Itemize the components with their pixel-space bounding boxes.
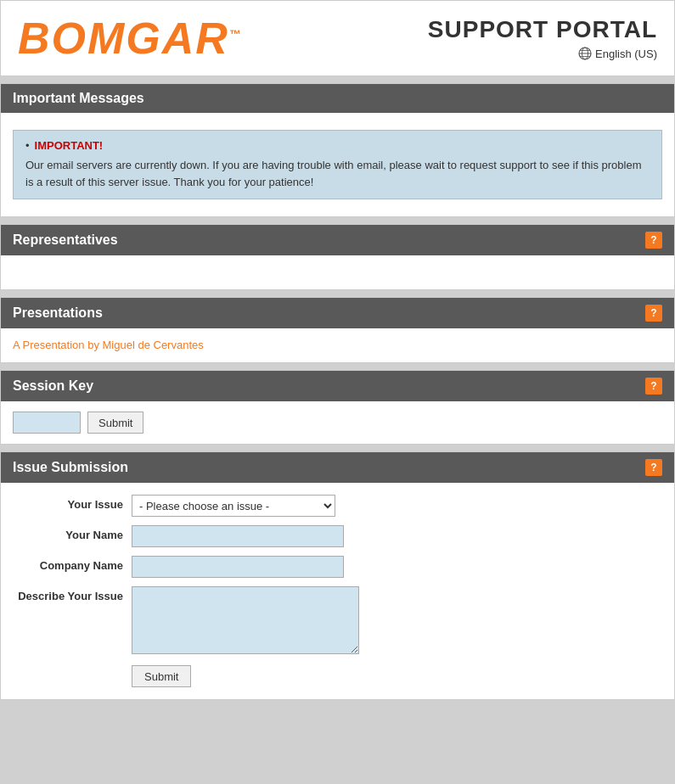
bullet-dot: •	[25, 139, 30, 152]
issue-submission-header: Issue Submission ?	[1, 452, 674, 483]
header: BOMGAR™ SUPPORT PORTAL English (US)	[0, 0, 675, 76]
session-key-help-icon[interactable]: ?	[645, 378, 662, 395]
logo-text: BOMGAR™	[18, 14, 243, 63]
representatives-body	[1, 255, 674, 289]
session-key-input[interactable]	[13, 412, 81, 434]
important-messages-body: • IMPORTANT! Our email servers are curre…	[1, 113, 674, 216]
presentations-section: Presentations ? A Presentation by Miguel…	[0, 297, 675, 363]
company-name-control	[132, 556, 361, 578]
session-key-submit-button[interactable]: Submit	[87, 412, 143, 434]
language-label: English (US)	[595, 48, 657, 60]
presentations-body: A Presentation by Miguel de Cervantes	[1, 328, 674, 362]
describe-issue-label: Describe Your Issue	[13, 586, 132, 602]
presentation-link[interactable]: A Presentation by Miguel de Cervantes	[13, 339, 204, 351]
issue-submit-button[interactable]: Submit	[132, 665, 191, 687]
representatives-help-icon[interactable]: ?	[645, 232, 662, 249]
header-right: SUPPORT PORTAL English (US)	[428, 16, 657, 60]
describe-issue-control	[132, 586, 361, 657]
representatives-title: Representatives	[13, 232, 118, 248]
globe-icon	[578, 47, 592, 60]
important-messages-header: Important Messages	[1, 84, 674, 113]
issue-submission-help-icon[interactable]: ?	[645, 459, 662, 476]
describe-issue-row: Describe Your Issue	[13, 586, 662, 657]
your-issue-label: Your Issue	[13, 495, 132, 511]
important-message-text: Our email servers are currently down. If…	[25, 157, 650, 190]
issue-submit-row: Submit	[13, 665, 662, 687]
presentations-header: Presentations ?	[1, 298, 674, 328]
your-name-control	[132, 525, 361, 547]
describe-issue-textarea[interactable]	[132, 586, 359, 654]
representatives-header: Representatives ?	[1, 225, 674, 255]
session-key-title: Session Key	[13, 378, 93, 394]
session-key-body: Submit	[1, 401, 674, 444]
your-issue-control: - Please choose an issue -	[132, 495, 361, 517]
representatives-section: Representatives ?	[0, 224, 675, 290]
issue-submission-section: Issue Submission ? Your Issue - Please c…	[0, 451, 675, 700]
issue-form: Your Issue - Please choose an issue - Yo…	[1, 483, 674, 699]
logo: BOMGAR™	[18, 16, 243, 60]
presentations-help-icon[interactable]: ?	[645, 305, 662, 322]
company-name-input[interactable]	[132, 556, 344, 578]
support-portal-title: SUPPORT PORTAL	[428, 16, 657, 43]
your-issue-row: Your Issue - Please choose an issue -	[13, 495, 662, 517]
session-key-header: Session Key ?	[1, 371, 674, 401]
your-name-label: Your Name	[13, 525, 132, 541]
company-name-label: Company Name	[13, 556, 132, 572]
important-messages-title: Important Messages	[13, 91, 144, 106]
your-name-input[interactable]	[132, 525, 344, 547]
company-name-row: Company Name	[13, 556, 662, 578]
presentations-title: Presentations	[13, 305, 103, 321]
important-message-box: • IMPORTANT! Our email servers are curre…	[13, 130, 662, 199]
issue-select[interactable]: - Please choose an issue -	[132, 495, 335, 517]
important-label: IMPORTANT!	[35, 139, 104, 152]
language-selector[interactable]: English (US)	[428, 47, 657, 60]
important-messages-section: Important Messages • IMPORTANT! Our emai…	[0, 83, 675, 217]
session-key-section: Session Key ? Submit	[0, 370, 675, 445]
issue-submission-title: Issue Submission	[13, 460, 128, 475]
your-name-row: Your Name	[13, 525, 662, 547]
page-wrapper: BOMGAR™ SUPPORT PORTAL English (US) Impo…	[0, 0, 675, 700]
important-bullet: • IMPORTANT!	[25, 139, 650, 152]
